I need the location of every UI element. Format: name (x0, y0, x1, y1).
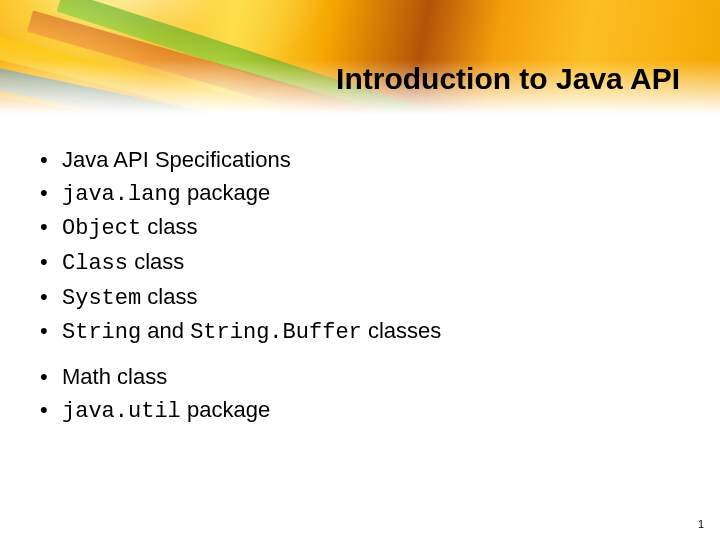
slide-title: Introduction to Java API (336, 62, 680, 96)
bullet-text: class (128, 249, 184, 274)
bullet-text: Math class (62, 364, 167, 389)
bullet-item: System class (40, 282, 680, 314)
bullet-text: and (141, 318, 190, 343)
bullet-item: Class class (40, 247, 680, 279)
code-span: java.lang (62, 182, 181, 207)
code-span: Class (62, 251, 128, 276)
bullet-text: classes (362, 318, 441, 343)
bullet-group-1: Java API Specifications java.lang packag… (40, 145, 680, 348)
slide-body: Java API Specifications java.lang packag… (40, 145, 680, 441)
bullet-item: java.lang package (40, 178, 680, 210)
bullet-group-2: Math class java.util package (40, 362, 680, 426)
bullet-text: package (181, 180, 270, 205)
pencil-stripe (57, 0, 720, 120)
bullet-text: package (181, 397, 270, 422)
bullet-item: Math class (40, 362, 680, 392)
banner-art (0, 0, 720, 120)
bullet-item: Java API Specifications (40, 145, 680, 175)
code-span: String.Buffer (190, 320, 362, 345)
code-span: Object (62, 216, 141, 241)
code-span: java.util (62, 399, 181, 424)
bullet-text: class (141, 284, 197, 309)
bullet-item: java.util package (40, 395, 680, 427)
page-number: 1 (698, 518, 704, 530)
bullet-item: String and String.Buffer classes (40, 316, 680, 348)
bullet-text: Java API Specifications (62, 147, 291, 172)
code-span: String (62, 320, 141, 345)
code-span: System (62, 286, 141, 311)
bullet-text: class (141, 214, 197, 239)
bullet-item: Object class (40, 212, 680, 244)
